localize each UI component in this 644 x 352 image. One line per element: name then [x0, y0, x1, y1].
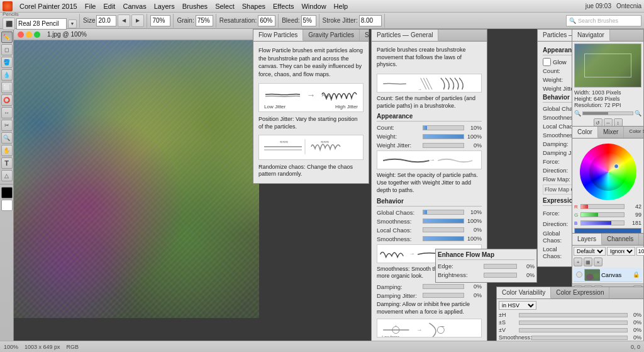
canvas-layer-row[interactable]: Canvas 🔒	[574, 268, 642, 282]
canvas-image[interactable]: ©P	[14, 40, 259, 318]
smoothness-row-2: Smoothness: 100%	[377, 236, 482, 242]
tool-marquee[interactable]: ⬜	[1, 82, 13, 93]
layer-blend-select[interactable]: Default	[574, 247, 606, 256]
tool-eyedropper[interactable]: 💧	[1, 69, 13, 81]
g-row: G 99	[574, 212, 641, 218]
weight-row: Weight: 100%	[377, 133, 482, 140]
tool-paint-bucket[interactable]: 🪣	[1, 57, 13, 68]
size-input[interactable]	[96, 15, 116, 26]
count-slider[interactable]	[423, 125, 464, 130]
local-chaos-slider[interactable]	[423, 227, 464, 232]
low-jitter-label: Low Jitter	[264, 104, 286, 110]
weight-illus: →	[377, 150, 482, 169]
layers-tab-bar: Layers Channels	[572, 234, 643, 246]
tool-eraser[interactable]: ◻	[1, 44, 13, 55]
glow-checkbox[interactable]	[543, 58, 551, 66]
edge-slider[interactable]	[484, 264, 517, 269]
brightness-slider[interactable]	[484, 273, 517, 278]
r-slider[interactable]	[580, 204, 625, 209]
tool-paper[interactable]	[1, 200, 13, 211]
color-wheel[interactable]	[580, 144, 636, 200]
menu-select[interactable]: Select	[212, 0, 238, 13]
menu-canvas[interactable]: Canvas	[119, 0, 149, 13]
smoothness-slider-1[interactable]	[423, 219, 464, 224]
brush-category-btn[interactable]: ⬛	[3, 18, 15, 30]
tool-shape[interactable]: △	[1, 170, 13, 181]
h-slider[interactable]	[519, 313, 628, 317]
navigator-thumbnail[interactable]	[574, 43, 641, 88]
tab-particles-general[interactable]: Particles — General	[372, 30, 438, 41]
layer-preserve-select[interactable]: Ignore	[607, 247, 635, 256]
glow-label: Glow	[553, 59, 567, 65]
layer-group-btn[interactable]: ▦	[584, 258, 592, 266]
tab-color-set[interactable]: Color Set Libraries	[624, 127, 644, 138]
menu-window[interactable]: Window	[298, 0, 329, 13]
gravity-panel-body: Particle brushes create brushstroke move…	[372, 42, 487, 350]
resat-input[interactable]	[258, 15, 275, 26]
brush-size-btn[interactable]: ▼	[68, 20, 77, 28]
g-slider[interactable]	[580, 212, 625, 217]
smooth-cv-slider[interactable]	[531, 336, 628, 340]
tool-crop[interactable]: ✂	[1, 120, 13, 131]
close-btn[interactable]	[18, 31, 24, 38]
layer-new-btn[interactable]: +	[574, 258, 582, 266]
tab-layers[interactable]: Layers	[572, 234, 602, 245]
menu-shapes[interactable]: Shapes	[239, 0, 269, 13]
menu-help[interactable]: Help	[331, 0, 352, 13]
smoothness-value-2: 100%	[466, 236, 482, 242]
tab-navigator[interactable]: Navigator	[572, 30, 610, 41]
color-selector-dot[interactable]	[614, 164, 619, 169]
menu-brushes[interactable]: Brushes	[179, 0, 211, 13]
v-slider[interactable]	[519, 328, 628, 332]
tab-color-variability[interactable]: Color Variability	[497, 287, 551, 298]
tab-mixer[interactable]: Mixer	[598, 127, 624, 138]
tab-channels[interactable]: Channels	[602, 234, 639, 245]
stroke-jitter-input[interactable]	[359, 15, 382, 26]
weight-slider[interactable]	[423, 134, 464, 139]
menu-edit[interactable]: Edit	[100, 0, 118, 13]
tab-gravity-particles[interactable]: Gravity Particles	[303, 30, 360, 41]
menu-effects[interactable]: Effects	[270, 0, 297, 13]
damping-slider[interactable]	[423, 284, 464, 289]
menu-layers[interactable]: Layers	[151, 0, 178, 13]
menu-file[interactable]: File	[82, 0, 99, 13]
search-brushes-box[interactable]: 🔍 Search Brushes	[566, 15, 641, 26]
size-down-btn[interactable]: ◀	[118, 14, 130, 27]
layer-visibility-eye[interactable]	[576, 271, 582, 278]
size-up-btn[interactable]: ▶	[131, 14, 144, 27]
global-chaos-slider[interactable]	[423, 210, 464, 215]
nav-zoom-slider[interactable]	[582, 111, 633, 115]
brush-name-input[interactable]	[16, 18, 67, 30]
tool-transform[interactable]: ↔	[1, 107, 13, 118]
minimize-btn[interactable]	[26, 31, 32, 38]
navigator-panel: Navigator Width: 1003 Pixels Height: 649…	[572, 29, 644, 130]
tab-color-expression[interactable]: Color Expression	[551, 287, 609, 298]
bleed-input[interactable]	[301, 15, 316, 26]
damping-jitter-slider[interactable]	[423, 293, 464, 298]
tool-text[interactable]: T	[1, 157, 13, 169]
smoothness-value-1: 100%	[466, 218, 482, 224]
tool-hand[interactable]: ✋	[1, 145, 13, 156]
tool-color[interactable]	[1, 187, 13, 198]
tab-color[interactable]: Color	[572, 127, 598, 138]
tool-zoom[interactable]: 🔍	[1, 132, 13, 144]
weight-jitter-slider[interactable]	[423, 143, 464, 148]
zoom-input[interactable]	[150, 15, 170, 26]
maximize-btn[interactable]	[34, 31, 40, 38]
tab-flow-particles[interactable]: Flow Particles	[253, 30, 303, 41]
layer-opacity-input[interactable]	[636, 247, 644, 256]
grain-section: Grain:	[177, 14, 216, 28]
weight-jitter-row: Weight Jitter: 0%	[377, 142, 482, 149]
user-display: Ontecnia	[616, 3, 641, 9]
svg-line-15	[426, 78, 432, 89]
smoothness-slider-2[interactable]	[423, 236, 464, 241]
layer-delete-btn[interactable]: ×	[594, 258, 602, 266]
tool-brush[interactable]: ✏️	[1, 31, 13, 43]
r-row: R 42	[574, 203, 641, 210]
s-slider[interactable]	[519, 321, 628, 325]
b-slider[interactable]	[580, 220, 625, 225]
color-mode-select[interactable]: in HSV	[499, 301, 536, 310]
b-row: B 181	[574, 220, 641, 226]
tool-lasso[interactable]: ⭕	[1, 94, 13, 106]
grain-input[interactable]	[196, 15, 213, 26]
